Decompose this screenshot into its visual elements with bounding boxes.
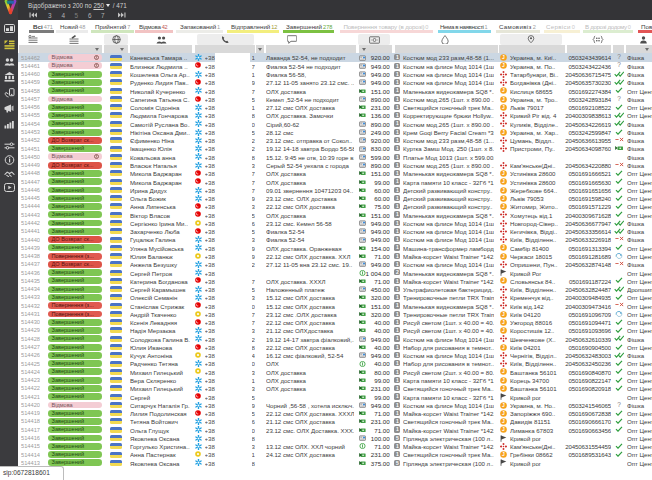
svg-text:J: J (502, 195, 505, 201)
svg-text:J: J (502, 327, 505, 333)
svg-text:J: J (502, 129, 505, 135)
svg-text:J: J (502, 311, 505, 317)
svg-text:J: J (502, 245, 505, 251)
svg-text:J: J (502, 452, 505, 458)
svg-text:J: J (502, 385, 505, 391)
svg-text:J: J (502, 344, 505, 350)
svg-text:J: J (502, 377, 505, 383)
svg-text:J: J (502, 427, 505, 433)
svg-text:J: J (502, 203, 505, 209)
svg-text:J: J (502, 179, 505, 185)
svg-text:J: J (502, 369, 505, 375)
svg-text:J: J (502, 253, 505, 259)
svg-text:J: J (502, 319, 505, 325)
svg-text:J: J (502, 88, 505, 94)
svg-text:J: J (502, 187, 505, 193)
svg-text:J: J (502, 104, 505, 110)
svg-text:J: J (502, 418, 505, 424)
svg-text:J: J (502, 55, 505, 61)
svg-text:J: J (502, 96, 505, 102)
svg-text:J: J (502, 170, 505, 176)
svg-text:J: J (502, 63, 505, 69)
svg-text:J: J (502, 278, 505, 284)
svg-text:J: J (502, 402, 505, 408)
svg-text:J: J (502, 410, 505, 416)
